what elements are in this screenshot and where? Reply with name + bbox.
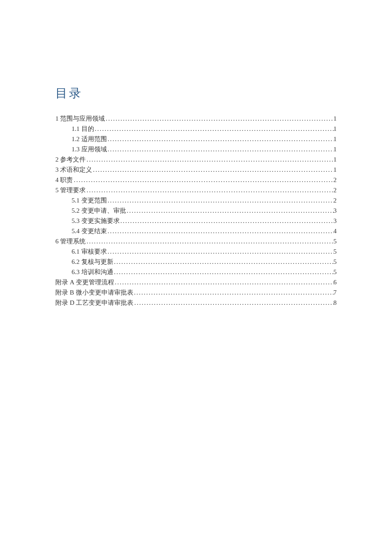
toc-entry-page: 6 xyxy=(334,277,337,287)
toc-entry-label: 1.1 目的 xyxy=(72,124,94,134)
toc-entry-label: 5.4 变更结束 xyxy=(72,226,107,236)
toc-entry: 1 范围与应用领域1 xyxy=(55,113,337,124)
toc-entry-page: 1 xyxy=(334,113,337,124)
toc-entry-label: 附录 B 微小变更申请审批表 xyxy=(55,287,133,298)
toc-entry-leader xyxy=(126,205,334,216)
toc-entry-leader xyxy=(92,165,333,175)
toc-entry: 2 参考文件1 xyxy=(55,154,337,165)
toc-entry-leader xyxy=(107,195,334,205)
toc-entry-leader xyxy=(86,236,333,246)
toc-entry-leader xyxy=(133,298,333,308)
toc-entry-page: 1 xyxy=(334,165,337,175)
toc-entry-leader xyxy=(94,124,334,134)
toc-entry-label: 1.3 应用领域 xyxy=(72,144,107,154)
toc-entry-leader xyxy=(113,267,334,277)
toc-entry: 附录 B 微小变更申请审批表7 xyxy=(55,287,337,298)
toc-entry-page: 4 xyxy=(334,226,337,236)
toc-entry-leader xyxy=(86,185,333,195)
toc-entry-leader xyxy=(107,134,334,144)
toc-entry-page: 5 xyxy=(334,246,337,257)
toc-entry-leader xyxy=(107,226,334,236)
toc-entry-label: 4 职责 xyxy=(55,175,73,185)
toc-entry-page: 1 xyxy=(334,124,337,134)
toc-entry-label: 3 术语和定义 xyxy=(55,165,92,175)
toc-entry-page: 7 xyxy=(334,287,337,298)
toc-entry: 5.3 变更实施要求3 xyxy=(55,216,337,226)
toc-entry-page: 2 xyxy=(334,195,337,205)
toc-entry: 6.3 培训和沟通5 xyxy=(55,267,337,277)
toc-entry-leader xyxy=(105,113,333,124)
toc-entry-label: 附录 A 变更管理流程 xyxy=(55,277,114,287)
toc-entry: 6.1 审核要求5 xyxy=(55,246,337,257)
toc-entry-page: 2 xyxy=(334,185,337,195)
toc-entry: 1.2 适用范围1 xyxy=(55,134,337,144)
toc-entry-label: 2 参考文件 xyxy=(55,154,86,165)
toc-entry-page: 2 xyxy=(334,175,337,185)
toc-entry-leader xyxy=(107,246,334,257)
toc-entry-leader xyxy=(113,257,334,267)
toc-entry: 3 术语和定义1 xyxy=(55,165,337,175)
toc-entry-label: 5 管理要求 xyxy=(55,185,86,195)
toc-entry-page: 5 xyxy=(334,257,337,267)
toc-entry-page: 5 xyxy=(334,236,337,246)
toc-entry-leader xyxy=(86,154,333,165)
toc-entry-label: 1.2 适用范围 xyxy=(72,134,107,144)
toc-container: 1 范围与应用领域11.1 目的11.2 适用范围11.3 应用领域12 参考文… xyxy=(55,113,337,308)
toc-entry: 5.1 变更范围2 xyxy=(55,195,337,205)
toc-entry: 5.4 变更结束4 xyxy=(55,226,337,236)
toc-entry: 5 管理要求2 xyxy=(55,185,337,195)
toc-entry-label: 5.1 变更范围 xyxy=(72,195,107,205)
toc-entry-leader xyxy=(114,277,334,287)
toc-entry-page: 1 xyxy=(334,144,337,154)
toc-entry-leader xyxy=(120,216,334,226)
toc-entry-label: 6 管理系统 xyxy=(55,236,86,246)
toc-entry-label: 5.3 变更实施要求 xyxy=(72,216,120,226)
toc-entry-page: 1 xyxy=(334,134,337,144)
toc-entry-page: 3 xyxy=(334,205,337,216)
toc-entry-page: 8 xyxy=(334,298,337,308)
toc-entry: 附录 A 变更管理流程6 xyxy=(55,277,337,287)
toc-title: 目录 xyxy=(55,85,337,101)
toc-entry: 6.2 复核与更新5 xyxy=(55,257,337,267)
toc-entry: 5.2 变更申请、审批3 xyxy=(55,205,337,216)
toc-entry: 1.1 目的1 xyxy=(55,124,337,134)
toc-entry-leader xyxy=(107,144,334,154)
toc-entry-page: 5 xyxy=(334,267,337,277)
toc-entry-label: 6.2 复核与更新 xyxy=(72,257,113,267)
toc-entry: 6 管理系统5 xyxy=(55,236,337,246)
toc-entry: 1.3 应用领域1 xyxy=(55,144,337,154)
toc-entry-label: 附录 D 工艺变更申请审批表 xyxy=(55,298,133,308)
toc-entry-label: 5.2 变更申请、审批 xyxy=(72,205,126,216)
toc-entry-page: 1 xyxy=(334,154,337,165)
toc-entry-page: 3 xyxy=(334,216,337,226)
toc-entry: 附录 D 工艺变更申请审批表8 xyxy=(55,298,337,308)
toc-entry-leader xyxy=(73,175,333,185)
toc-entry-leader xyxy=(133,287,334,298)
toc-entry: 4 职责2 xyxy=(55,175,337,185)
toc-entry-label: 6.3 培训和沟通 xyxy=(72,267,113,277)
toc-entry-label: 1 范围与应用领域 xyxy=(55,113,105,124)
toc-entry-label: 6.1 审核要求 xyxy=(72,246,107,257)
